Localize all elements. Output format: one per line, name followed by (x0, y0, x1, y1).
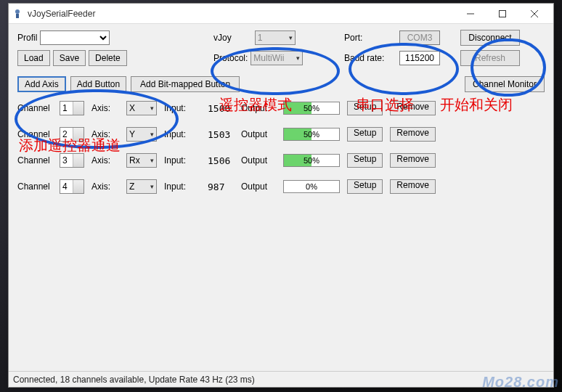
channel-row: Channel3▴▾Axis:RxInput:1506Output50%Setu… (17, 150, 545, 171)
input-value: 1500 (208, 103, 234, 114)
setup-button[interactable]: Setup (347, 101, 383, 115)
channel-row: Channel4▴▾Axis:ZInput:987Output0%SetupRe… (17, 176, 545, 197)
axis-label: Axis: (91, 155, 119, 166)
input-value: 987 (208, 181, 234, 192)
channel-label: Channel (17, 181, 52, 192)
axis-select[interactable]: Rx (126, 153, 157, 168)
profil-label: Profil (17, 33, 37, 43)
output-progress: 50% (283, 102, 340, 115)
axis-label: Axis: (91, 129, 119, 139)
channel-spinner[interactable]: 4▴▾ (60, 179, 84, 194)
svg-point-0 (15, 9, 20, 14)
channel-monitor-button[interactable]: Channel Monitor (465, 76, 545, 92)
vjoy-device-select[interactable]: 1 (255, 30, 296, 45)
remove-button[interactable]: Remove (390, 179, 436, 194)
setup-button[interactable]: Setup (347, 127, 383, 142)
output-progress: 0% (283, 180, 340, 193)
setup-button[interactable]: Setup (347, 179, 383, 194)
baud-label: Baud rate: (344, 53, 396, 63)
setup-button[interactable]: Setup (347, 153, 383, 168)
channel-spinner[interactable]: 2▴▾ (60, 127, 84, 142)
input-value: 1503 (208, 129, 234, 140)
vjoy-label: vJoy (213, 33, 232, 43)
output-label: Output (241, 155, 276, 166)
channel-label: Channel (17, 155, 52, 166)
svg-rect-3 (500, 10, 506, 17)
close-button[interactable] (518, 4, 550, 23)
output-label: Output (241, 103, 276, 113)
axis-select[interactable]: X (126, 101, 157, 115)
remove-button[interactable]: Remove (390, 127, 436, 142)
save-button[interactable]: Save (53, 50, 86, 66)
output-progress: 50% (283, 128, 340, 141)
watermark: Mo28.com (482, 374, 559, 391)
axis-label: Axis: (91, 103, 119, 113)
input-label: Input: (164, 181, 200, 192)
window-title: vJoySerialFeeder (28, 9, 455, 19)
content-area: Profil vJoy 1 Port: Disconnect Load Save… (9, 24, 553, 371)
output-progress: 50% (283, 154, 340, 167)
protocol-select[interactable]: MultiWii (251, 51, 303, 65)
status-text: Connected, 18 channels available, Update… (13, 375, 255, 385)
port-select[interactable] (399, 30, 440, 45)
remove-button[interactable]: Remove (390, 153, 436, 168)
axis-label: Axis: (91, 181, 119, 192)
input-label: Input: (164, 129, 200, 139)
channel-spinner[interactable]: 1▴▾ (60, 101, 84, 115)
svg-rect-1 (16, 14, 19, 18)
add-bitmapped-button[interactable]: Add Bit-mapped Button (131, 76, 240, 92)
app-window: vJoySerialFeeder Profil vJoy 1 Port: Dis… (8, 3, 554, 388)
input-value: 1506 (208, 155, 234, 166)
load-button[interactable]: Load (17, 50, 50, 66)
add-axis-button[interactable]: Add Axis (17, 76, 66, 92)
minimize-button[interactable] (455, 4, 486, 23)
status-bar: Connected, 18 channels available, Update… (9, 371, 553, 387)
port-label: Port: (344, 33, 396, 43)
maximize-button[interactable] (486, 4, 518, 23)
disconnect-button[interactable]: Disconnect (460, 30, 520, 46)
profil-select[interactable] (40, 30, 110, 45)
input-label: Input: (164, 103, 200, 113)
add-button-button[interactable]: Add Button (70, 76, 126, 92)
channel-label: Channel (17, 103, 52, 113)
channel-spinner[interactable]: 3▴▾ (60, 153, 84, 168)
baud-select[interactable] (399, 51, 440, 65)
channel-row: Channel2▴▾Axis:YInput:1503Output50%Setup… (17, 124, 545, 144)
remove-button[interactable]: Remove (390, 101, 436, 115)
app-icon (12, 8, 23, 20)
output-label: Output (241, 181, 276, 192)
channel-row: Channel1▴▾Axis:XInput:1500Output50%Setup… (17, 98, 545, 118)
refresh-button[interactable]: Refresh (460, 50, 520, 66)
axis-select[interactable]: Z (126, 179, 157, 194)
output-label: Output (241, 129, 276, 139)
input-label: Input: (164, 155, 200, 166)
protocol-label: Protocol: (213, 53, 248, 63)
axis-select[interactable]: Y (126, 127, 157, 142)
channel-label: Channel (17, 129, 52, 139)
delete-button[interactable]: Delete (89, 50, 127, 66)
titlebar: vJoySerialFeeder (9, 4, 553, 24)
